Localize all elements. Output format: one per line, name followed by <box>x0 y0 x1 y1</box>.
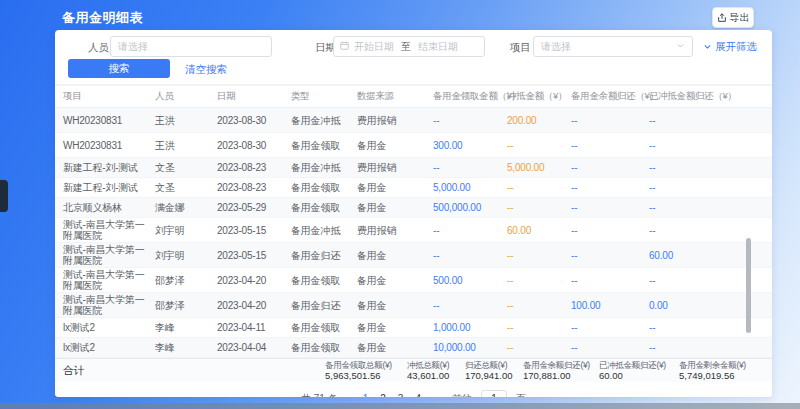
project-placeholder: 请选择 <box>541 40 571 54</box>
total-label: 已冲抵金额归还(¥) <box>599 360 679 370</box>
empty-amount: -- <box>425 300 499 311</box>
project-select[interactable]: 请选择 <box>533 36 693 57</box>
table-row: WH20230831王洪2023-08-30备用金领取备用金300.00----… <box>55 133 772 158</box>
total-value: 60.00 <box>599 371 679 381</box>
expand-filter-label: 展开筛选 <box>715 40 757 54</box>
amount-link[interactable]: 60.00 <box>499 225 563 236</box>
empty-amount: -- <box>499 202 563 213</box>
amount-link[interactable]: 60.00 <box>641 250 772 261</box>
person-input[interactable] <box>110 36 272 57</box>
amount-link[interactable]: 500.00 <box>425 275 499 286</box>
empty-amount: -- <box>641 322 772 333</box>
table-cell: 测试-南昌大学第一附属医院 <box>55 219 147 241</box>
table-cell: 备用金领取 <box>283 140 349 151</box>
table-cell: 新建工程-刘-测试 <box>55 162 147 173</box>
table-cell: 2023-04-20 <box>209 300 283 311</box>
table-cell: 2023-05-15 <box>209 225 283 236</box>
column-header: 已冲抵金额归还（¥） <box>641 90 772 103</box>
total-value: 5,749,019.56 <box>679 371 772 381</box>
search-button[interactable]: 搜索 <box>68 59 170 78</box>
vertical-scrollbar[interactable] <box>746 238 751 333</box>
table-cell: WH20230831 <box>55 115 147 126</box>
amount-link[interactable]: 1,000.00 <box>425 322 499 333</box>
drawer-handle[interactable] <box>0 180 8 212</box>
table-row: 新建工程-刘-测试文圣2023-08-23备用金领取备用金5,000.00---… <box>55 178 772 198</box>
empty-amount: -- <box>499 275 563 286</box>
amount-link[interactable]: 5,000.00 <box>425 182 499 193</box>
table-cell: 备用金 <box>349 300 425 311</box>
expand-filter-link[interactable]: 展开筛选 <box>703 40 757 54</box>
table-cell: 2023-08-23 <box>209 182 283 193</box>
column-header: 备用金余额归还（¥） <box>563 90 641 103</box>
page-number-1[interactable]: 1 <box>360 393 372 397</box>
total-value: 43,601.00 <box>407 371 465 381</box>
goto-page-input[interactable] <box>481 390 507 397</box>
amount-link[interactable]: 0.00 <box>641 300 772 311</box>
total-cell: 备用金余额归还(¥)170,881.00 <box>523 360 599 381</box>
table-cell: 2023-05-15 <box>209 250 283 261</box>
amount-link[interactable]: 100.00 <box>563 300 641 311</box>
table-cell: 满金娜 <box>147 202 209 213</box>
total-count: 共 71 条 <box>301 392 338 398</box>
empty-amount: -- <box>499 300 563 311</box>
table-cell: 备用金 <box>349 182 425 193</box>
empty-amount: -- <box>499 140 563 151</box>
amount-link[interactable]: 300.00 <box>425 140 499 151</box>
table-cell: 费用报销 <box>349 225 425 236</box>
amount-link[interactable]: 500,000.00 <box>425 202 499 213</box>
table-cell: 王洪 <box>147 115 209 126</box>
goto-prefix: 前往 <box>452 392 472 398</box>
totals-label: 合计 <box>55 364 325 378</box>
table-cell: 备用金领取 <box>283 182 349 193</box>
column-header: 日期 <box>209 90 283 103</box>
table-row: lx测试2李峰2023-04-11备用金领取备用金1,000.00------ <box>55 318 772 338</box>
table-cell: 备用金领取 <box>283 202 349 213</box>
total-cell: 已冲抵金额归还(¥)60.00 <box>599 360 679 381</box>
page-number-3[interactable]: 3 <box>395 393 407 397</box>
table-cell: 备用金归还 <box>283 300 349 311</box>
table-row: lx测试2李峰2023-04-04备用金领取备用金10,000.00------ <box>55 338 772 358</box>
empty-amount: -- <box>563 140 641 151</box>
table-cell: lx测试2 <box>55 322 147 333</box>
date-range-input[interactable]: 开始日期 至 结束日期 <box>333 36 485 57</box>
table-cell: 备用金冲抵 <box>283 225 349 236</box>
table-cell: 费用报销 <box>349 115 425 126</box>
export-icon <box>717 13 727 23</box>
filter-section: 人员 日期 开始日期 至 结束日期 项目 请选择 展开筛选 搜索 清空搜索 <box>55 30 772 86</box>
calendar-icon <box>340 41 349 52</box>
table-row: 新建工程-刘-测试文圣2023-08-23备用金冲抵费用报销--5,000.00… <box>55 158 772 178</box>
table-cell: 2023-08-30 <box>209 140 283 151</box>
page-number-4[interactable]: 4 <box>412 393 424 397</box>
amount-link[interactable]: 10,000.00 <box>425 342 499 353</box>
next-page-button[interactable]: › <box>431 392 439 398</box>
title-bar: 备用金明细表 导出 <box>0 0 800 30</box>
column-header: 冲抵金额（¥） <box>499 90 563 103</box>
page-number-2[interactable]: 2 <box>377 393 389 397</box>
empty-amount: -- <box>641 225 772 236</box>
empty-amount: -- <box>563 202 641 213</box>
empty-amount: -- <box>641 115 772 126</box>
total-value: 170,941.00 <box>465 371 523 381</box>
table-cell: 备用金 <box>349 140 425 151</box>
table-cell: 测试-南昌大学第一附属医院 <box>55 269 147 291</box>
amount-link[interactable]: 5,000.00 <box>499 162 563 173</box>
chevron-down-icon <box>703 41 712 53</box>
column-header: 类型 <box>283 90 349 103</box>
clear-search-link[interactable]: 清空搜索 <box>185 63 227 77</box>
total-cell: 备用金剩余金额(¥)5,749,019.56 <box>679 360 772 381</box>
window-bottom-edge <box>0 403 800 409</box>
table-body: WH20230831王洪2023-08-30备用金冲抵费用报销--200.00-… <box>55 108 772 358</box>
pager-pages: 1234 <box>360 393 424 397</box>
table-cell: 邵梦泽 <box>147 300 209 311</box>
total-value: 170,881.00 <box>523 371 599 381</box>
prev-page-button[interactable]: ‹ <box>345 392 353 398</box>
column-header: 备用金领取金额（¥） <box>425 90 499 103</box>
table-cell: 备用金领取 <box>283 342 349 353</box>
export-button[interactable]: 导出 <box>712 7 754 28</box>
table-cell: 2023-08-30 <box>209 115 283 126</box>
table-cell: 文圣 <box>147 162 209 173</box>
empty-amount: -- <box>563 275 641 286</box>
empty-amount: -- <box>425 162 499 173</box>
amount-link[interactable]: 200.00 <box>499 115 563 126</box>
total-label: 备用金领取总额(¥) <box>325 360 407 370</box>
